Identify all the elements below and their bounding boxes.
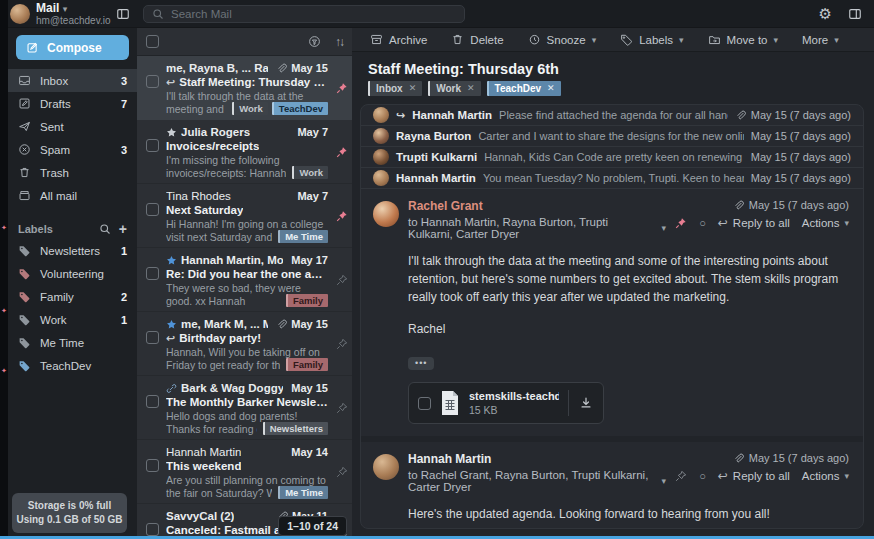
- pin-icon[interactable]: [675, 217, 687, 229]
- delete-button[interactable]: Delete: [451, 33, 503, 46]
- label-chip[interactable]: Work: [232, 102, 268, 115]
- email-row-6[interactable]: Bark & Wag Doggy DaycareMay 15The Monthl…: [137, 376, 352, 440]
- storage-tooltip: Storage is 0% full Using 0.1 GB of 50 GB: [12, 493, 127, 533]
- pin-icon[interactable]: [335, 125, 349, 179]
- recipients-line[interactable]: to Hannah Martin, Rayna Burton, Trupti K…: [408, 216, 666, 240]
- actions-button[interactable]: Actions▾: [802, 470, 849, 482]
- collapsed-message-1[interactable]: ↪Hannah MartinPlease find attached the a…: [361, 105, 863, 126]
- tag-icon: [18, 267, 31, 280]
- sidebar-item-trash[interactable]: Trash: [8, 161, 137, 184]
- avatar: [373, 149, 389, 165]
- star-icon[interactable]: [166, 319, 177, 330]
- email-row-2[interactable]: Julia RogersMay 7Invoices/receiptsI'm mi…: [137, 120, 352, 184]
- mark-unread-icon[interactable]: ○: [699, 217, 706, 229]
- label-chip[interactable]: Me Time: [278, 230, 328, 243]
- sidebar-item-inbox[interactable]: Inbox3: [8, 69, 137, 92]
- labels-button[interactable]: Labels▾: [620, 33, 683, 46]
- compose-button[interactable]: Compose: [16, 35, 129, 60]
- reply-to-all-button[interactable]: ↩Reply to all: [718, 216, 790, 230]
- email-checkbox[interactable]: [146, 203, 159, 216]
- sender-name[interactable]: Hannah Martin: [408, 452, 666, 466]
- sidebar-label-me-time[interactable]: Me Time: [8, 331, 137, 354]
- attachment-name: stemskills-teachdev.xlsx: [469, 390, 559, 402]
- move-to-button[interactable]: Move to▾: [708, 33, 778, 46]
- pin-icon[interactable]: [675, 470, 687, 482]
- select-all-checkbox[interactable]: [146, 35, 159, 48]
- sidebar-label-family[interactable]: Family2: [8, 285, 137, 308]
- label-chip-work[interactable]: Work✕: [428, 81, 480, 96]
- label-chip[interactable]: Family: [286, 358, 328, 371]
- reply-to-all-button[interactable]: ↩Reply to all: [718, 469, 790, 483]
- close-icon[interactable]: ✕: [547, 81, 555, 96]
- collapsed-message-3[interactable]: Trupti KulkarniHannah, Kids Can Code are…: [361, 147, 863, 168]
- filter-pinned-icon[interactable]: [308, 35, 321, 48]
- email-checkbox[interactable]: [146, 139, 159, 152]
- email-checkbox[interactable]: [146, 395, 159, 408]
- sender-name[interactable]: Rachel Grant: [408, 199, 666, 213]
- attachment-checkbox[interactable]: [418, 397, 431, 410]
- collapsed-message-2[interactable]: Rayna BurtonCarter and I want to share t…: [361, 126, 863, 147]
- conversation-title: Staff Meeting: Thursday 6th: [352, 52, 874, 81]
- sidebar-item-drafts[interactable]: Drafts7: [8, 92, 137, 115]
- sidebar-label-newsletters[interactable]: Newsletters1: [8, 239, 137, 262]
- email-row-7[interactable]: Hannah MartinMay 14This weekendAre you s…: [137, 440, 352, 504]
- email-checkbox[interactable]: [146, 75, 159, 88]
- search-input[interactable]: Search Mail: [143, 5, 465, 23]
- sidebar-toggle-icon[interactable]: [116, 7, 130, 21]
- label-chip[interactable]: Work: [292, 166, 328, 179]
- label-chip-inbox[interactable]: Inbox✕: [368, 81, 422, 96]
- star-icon[interactable]: [166, 255, 177, 266]
- email-checkbox[interactable]: [146, 523, 159, 536]
- label-chip[interactable]: Me Time: [278, 486, 328, 499]
- star-icon[interactable]: [166, 127, 177, 138]
- sidebar-label-volunteering[interactable]: Volunteering: [8, 262, 137, 285]
- pin-icon: ✦: [1, 308, 7, 314]
- email-checkbox[interactable]: [146, 331, 159, 344]
- download-icon[interactable]: [568, 390, 603, 416]
- add-label-icon[interactable]: +: [119, 223, 127, 235]
- attachment-card[interactable]: stemskills-teachdev.xlsx 15 KB: [408, 382, 604, 424]
- email-row-3[interactable]: Tina RhodesMay 7Next SaturdayHi Hannah! …: [137, 184, 352, 248]
- account-avatar[interactable]: [10, 4, 30, 24]
- pin-icon[interactable]: [335, 381, 349, 435]
- pin-icon[interactable]: [335, 61, 349, 115]
- label-chip[interactable]: Family: [286, 294, 328, 307]
- sidebar-label-teachdev[interactable]: TeachDev: [8, 354, 137, 377]
- mark-unread-icon[interactable]: ○: [699, 470, 706, 482]
- close-icon[interactable]: ✕: [467, 81, 475, 96]
- sidebar-item-sent[interactable]: Sent: [8, 115, 137, 138]
- more-button[interactable]: More▾: [802, 34, 839, 46]
- archive-button[interactable]: Archive: [370, 33, 427, 46]
- snooze-button[interactable]: Snooze▾: [528, 33, 597, 46]
- account-switcher[interactable]: Mail ▾ hm@teachdev.io: [8, 2, 137, 26]
- show-quoted-text-button[interactable]: •••: [408, 357, 434, 370]
- label-chip-teachdev[interactable]: TeachDev✕: [487, 81, 561, 96]
- pin-icon[interactable]: [335, 445, 349, 499]
- message-date: May 15 (7 days ago): [735, 109, 851, 121]
- recipients-line[interactable]: to Rachel Grant, Rayna Burton, Trupti Ku…: [408, 469, 666, 493]
- pin-icon[interactable]: [335, 189, 349, 243]
- email-checkbox[interactable]: [146, 459, 159, 472]
- gear-icon[interactable]: ⚙: [819, 6, 832, 21]
- pin-icon[interactable]: [335, 317, 349, 371]
- email-row-5[interactable]: me, Mark M, ... Mary G (8)May 15↩Birthda…: [137, 312, 352, 376]
- reading-pane-toggle-icon[interactable]: [848, 7, 862, 21]
- sidebar-label-work[interactable]: Work1: [8, 308, 137, 331]
- actions-button[interactable]: Actions▾: [802, 217, 849, 229]
- collapsed-message-4[interactable]: Hannah MartinYou mean Tuesday? No proble…: [361, 168, 863, 189]
- sort-icon[interactable]: ↑↓: [335, 35, 343, 49]
- pin-icon[interactable]: [335, 253, 349, 307]
- sidebar-item-spam[interactable]: Spam3: [8, 138, 137, 161]
- chevron-down-icon[interactable]: ▾: [662, 223, 667, 233]
- email-row-4[interactable]: Hannah Martin, Mom (4)May 17Re: Did you …: [137, 248, 352, 312]
- email-checkbox[interactable]: [146, 267, 159, 280]
- app-title[interactable]: Mail ▾: [36, 2, 110, 15]
- label-chip[interactable]: Newsletters: [263, 422, 328, 435]
- label-search-icon[interactable]: [99, 223, 111, 235]
- email-row-1[interactable]: me, Rayna B, ... Rachel G (6)May 15↩Staf…: [137, 56, 352, 120]
- sidebar-item-all-mail[interactable]: All mail: [8, 184, 137, 207]
- folder-label: Sent: [40, 121, 64, 133]
- close-icon[interactable]: ✕: [409, 81, 417, 96]
- chevron-down-icon[interactable]: ▾: [662, 476, 667, 486]
- label-chip[interactable]: TeachDev: [272, 102, 328, 115]
